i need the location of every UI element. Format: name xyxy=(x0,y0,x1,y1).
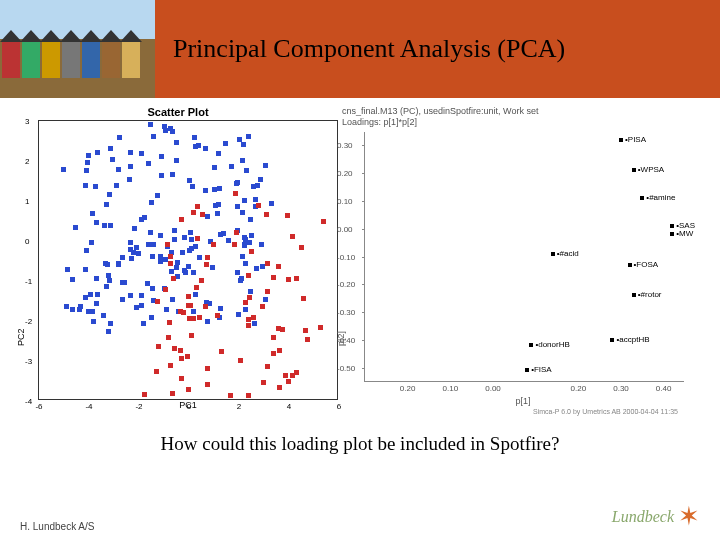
scatter-point xyxy=(158,254,163,259)
scatter-point xyxy=(301,296,306,301)
scatter-point xyxy=(271,351,276,356)
loading-point xyxy=(529,343,533,347)
scatter-point xyxy=(253,197,258,202)
content-row: Scatter Plot PC2 -6-4-20246-4-3-2-10123 … xyxy=(0,98,720,415)
scatter-point xyxy=(195,236,200,241)
scatter-point xyxy=(120,297,125,302)
scatter-point xyxy=(205,319,210,324)
scatter-point xyxy=(106,329,111,334)
scatter-point xyxy=(218,306,223,311)
scatter-point xyxy=(305,337,310,342)
scatter-point xyxy=(240,158,245,163)
scatter-point xyxy=(299,245,304,250)
scatter-point xyxy=(283,373,288,378)
scatter-point xyxy=(105,262,110,267)
scatter-point xyxy=(107,192,112,197)
scatter-point xyxy=(215,211,220,216)
scatter-point xyxy=(251,315,256,320)
scatter-point xyxy=(210,265,215,270)
scatter-point xyxy=(155,299,160,304)
scatter-point xyxy=(260,304,265,309)
scatter-point xyxy=(194,285,199,290)
scatter-point xyxy=(151,134,156,139)
loading-point-label: •#amine xyxy=(646,193,675,202)
scatter-point xyxy=(188,303,193,308)
scatter-point xyxy=(238,358,243,363)
scatter-point xyxy=(116,167,121,172)
scatter-point xyxy=(86,153,91,158)
scatter-point xyxy=(276,264,281,269)
scatter-point xyxy=(151,242,156,247)
scatter-point xyxy=(90,211,95,216)
loading-xlabel: p[1] xyxy=(364,396,682,406)
scatter-point xyxy=(242,242,247,247)
scatter-point xyxy=(265,261,270,266)
scatter-point xyxy=(205,255,210,260)
scatter-point xyxy=(134,245,139,250)
scatter-point xyxy=(200,212,205,217)
scatter-point xyxy=(205,214,210,219)
scatter-point xyxy=(212,165,217,170)
scatter-point xyxy=(132,226,137,231)
scatter-point xyxy=(168,363,173,368)
loading-point-label: •accptHB xyxy=(616,335,649,344)
scatter-point xyxy=(204,262,209,267)
scatter-point xyxy=(61,167,66,172)
header-photo xyxy=(0,0,155,98)
loading-point-label: •#rotor xyxy=(638,290,662,299)
scatter-point xyxy=(265,364,270,369)
loading-footer: Simca-P 6.0 by Umetrics AB 2000-04-04 11… xyxy=(342,408,678,415)
scatter-point xyxy=(164,307,169,312)
scatter-point xyxy=(150,286,155,291)
scatter-point xyxy=(195,204,200,209)
scatter-point xyxy=(244,168,249,173)
scatter-point xyxy=(170,391,175,396)
scatter-point xyxy=(263,163,268,168)
logo-text: Lundbeck xyxy=(612,508,674,526)
scatter-point xyxy=(193,292,198,297)
scatter-point xyxy=(163,287,168,292)
scatter-point xyxy=(159,154,164,159)
loading-header-1: cns_final.M13 (PC), usedinSpotfire:unit,… xyxy=(342,106,538,116)
scatter-point xyxy=(242,198,247,203)
scatter-point xyxy=(232,242,237,247)
scatter-point xyxy=(197,255,202,260)
scatter-point xyxy=(199,278,204,283)
scatter-point xyxy=(64,304,69,309)
loading-point xyxy=(632,293,636,297)
page-title: Principal Component Analysis (PCA) xyxy=(173,34,565,64)
question-text: How could this loading plot be included … xyxy=(0,433,720,455)
scatter-point xyxy=(139,293,144,298)
scatter-point xyxy=(318,325,323,330)
scatter-point xyxy=(162,124,167,129)
scatter-point xyxy=(155,193,160,198)
scatter-point xyxy=(254,266,259,271)
scatter-point xyxy=(168,261,173,266)
scatter-point xyxy=(166,335,171,340)
scatter-point xyxy=(85,160,90,165)
loading-plot-area: -0.50-0.40-0.30-0.20-0.100.000.100.200.3… xyxy=(364,132,684,382)
scatter-point xyxy=(136,251,141,256)
scatter-point xyxy=(240,210,245,215)
scatter-point xyxy=(243,300,248,305)
scatter-point xyxy=(110,157,115,162)
scatter-point xyxy=(77,307,82,312)
scatter-point xyxy=(243,307,248,312)
scatter-point xyxy=(84,168,89,173)
scatter-point xyxy=(243,261,248,266)
scatter-point xyxy=(246,317,251,322)
scatter-point xyxy=(271,335,276,340)
scatter-point xyxy=(192,135,197,140)
scatter-point xyxy=(252,321,257,326)
scatter-point xyxy=(108,321,113,326)
loading-point-label: •#acid xyxy=(557,249,579,258)
scatter-point xyxy=(241,142,246,147)
scatter-point xyxy=(158,233,163,238)
loading-point-label: •WPSA xyxy=(638,165,664,174)
scatter-point xyxy=(73,225,78,230)
loading-point-label: •MW xyxy=(676,229,693,238)
scatter-point xyxy=(120,280,125,285)
scatter-point xyxy=(128,164,133,169)
scatter-point xyxy=(83,267,88,272)
scatter-point xyxy=(174,265,179,270)
